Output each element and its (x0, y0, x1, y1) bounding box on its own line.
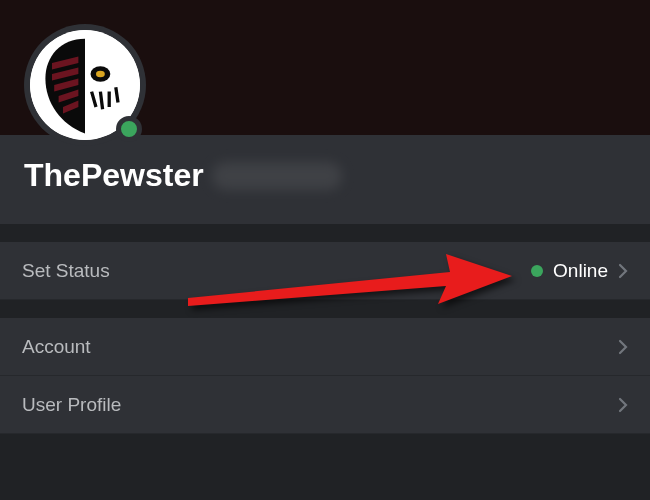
chevron-right-icon (618, 263, 628, 279)
username: ThePewster (24, 157, 204, 194)
set-status-row[interactable]: Set Status Online (0, 242, 650, 300)
account-label: Account (22, 336, 91, 358)
profile-header: ThePewster (0, 135, 650, 224)
section-gap (0, 224, 650, 242)
account-row[interactable]: Account (0, 318, 650, 376)
set-status-value-group: Online (531, 260, 628, 282)
discriminator-obscured (212, 162, 342, 190)
status-dot-icon (531, 265, 543, 277)
avatar-container[interactable] (30, 30, 140, 140)
status-value: Online (553, 260, 608, 282)
section-gap (0, 300, 650, 318)
svg-point-2 (96, 71, 105, 78)
user-profile-row[interactable]: User Profile (0, 376, 650, 434)
set-status-label: Set Status (22, 260, 110, 282)
chevron-right-icon (618, 339, 628, 355)
chevron-right-icon (618, 397, 628, 413)
user-profile-label: User Profile (22, 394, 121, 416)
presence-indicator (116, 116, 142, 142)
